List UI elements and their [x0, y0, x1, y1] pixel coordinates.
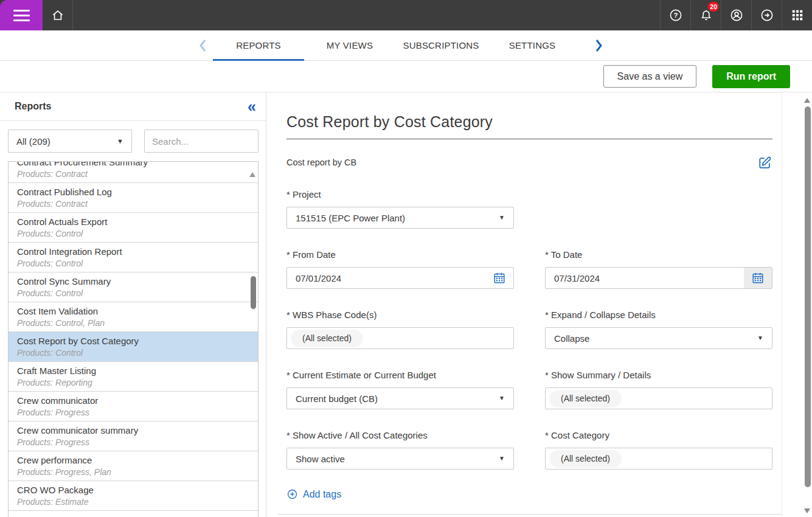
- sidebar-controls: All (209) ▼: [0, 121, 266, 153]
- cost-category-multiselect[interactable]: (All selected): [545, 448, 772, 470]
- save-as-view-button[interactable]: Save as a view: [603, 65, 697, 88]
- field-label: * Show Summary / Details: [545, 370, 772, 380]
- sign-out-button[interactable]: [751, 0, 782, 30]
- sidebar-collapse-button[interactable]: «: [246, 100, 257, 113]
- tab-subscriptions[interactable]: SUBSCRIPTIONS: [395, 30, 487, 60]
- tabs-scroll-right-button[interactable]: [589, 30, 609, 60]
- report-name: Control Integration Report: [17, 246, 258, 257]
- report-action-toolbar: Save as a view Run report: [0, 61, 812, 92]
- field-label: * Project: [286, 189, 514, 200]
- list-scrollbar-thumb[interactable]: [251, 276, 256, 309]
- main-menu-button[interactable]: [0, 0, 43, 30]
- sidebar-title: Reports: [15, 101, 51, 112]
- report-products: Products: Control, Plan: [17, 318, 258, 328]
- report-list-item[interactable]: Contract Procurement Summary Products: C…: [9, 161, 258, 183]
- to-date-value: 07/31/2024: [554, 273, 600, 283]
- field-cost-category: * Cost Category (All selected): [545, 430, 772, 470]
- list-scroll-up-arrow[interactable]: [249, 172, 255, 177]
- report-products: Products: Control: [17, 348, 258, 358]
- calendar-icon[interactable]: [485, 268, 513, 288]
- svg-text:?: ?: [673, 12, 678, 19]
- field-from-date: * From Date 07/01/2024: [286, 249, 514, 289]
- notification-badge: 20: [708, 2, 719, 12]
- tabs-scroll-left-button[interactable]: [192, 30, 213, 60]
- show-summary-details-multiselect[interactable]: (All selected): [545, 387, 772, 409]
- report-list-item[interactable]: Control Integration Report Products: Con…: [9, 243, 258, 272]
- report-list-item[interactable]: Crew communicator Products: Progress: [9, 392, 258, 422]
- help-button[interactable]: ?: [660, 0, 690, 30]
- field-expand-collapse: * Expand / Collapse Details Collapse ▼: [545, 310, 772, 349]
- report-products: Products: Progress: [17, 408, 258, 417]
- content-area: Reports « All (209) ▼ Contract Procureme…: [0, 92, 812, 517]
- home-button[interactable]: [43, 0, 73, 30]
- field-label: * Show Active / All Cost Categories: [286, 430, 514, 440]
- account-button[interactable]: [721, 0, 751, 30]
- report-list-item[interactable]: Control Sync Summary Products: Control: [9, 272, 258, 302]
- selection-chip[interactable]: (All selected): [291, 330, 363, 347]
- report-list-item[interactable]: Contract Published Log Products: Contrac…: [9, 183, 258, 213]
- scroll-down-arrow[interactable]: [804, 508, 810, 513]
- report-list-item[interactable]: CRO WO Package Products: Estimate: [9, 481, 258, 511]
- tab-label: SUBSCRIPTIONS: [403, 40, 479, 50]
- edit-description-button[interactable]: [757, 155, 772, 170]
- field-label: * From Date: [286, 249, 514, 260]
- selection-chip[interactable]: (All selected): [549, 450, 622, 468]
- report-detail-panel: Cost Report by Cost Category Cost report…: [266, 92, 782, 517]
- add-tags-button[interactable]: Add tags: [286, 488, 341, 500]
- field-show-active-categories: * Show Active / All Cost Categories Show…: [286, 430, 514, 470]
- calendar-icon[interactable]: [744, 268, 772, 288]
- report-list-item[interactable]: Craft Master Listing Products: Reporting: [9, 362, 258, 392]
- edit-icon: [757, 155, 772, 170]
- report-products: Products: Control: [17, 288, 258, 298]
- report-search-input[interactable]: [144, 130, 259, 153]
- from-date-input[interactable]: 07/01/2024: [286, 267, 514, 289]
- field-label: * Current Estimate or Current Budget: [286, 370, 514, 380]
- tab-label: MY VIEWS: [327, 40, 373, 50]
- title-divider: [286, 139, 772, 139]
- show-active-categories-dropdown[interactable]: Show active ▼: [286, 448, 514, 470]
- report-name: Cost Report by Cost Category: [17, 336, 258, 346]
- main-scrollbar-thumb[interactable]: [805, 106, 811, 487]
- wbs-phase-codes-multiselect[interactable]: (All selected): [286, 327, 514, 349]
- project-dropdown[interactable]: 151515 (EPC Power Plant) ▼: [286, 207, 514, 229]
- scroll-up-arrow[interactable]: [804, 98, 810, 103]
- report-products: Products: Reporting: [17, 378, 258, 387]
- sidebar-header: Reports «: [0, 92, 266, 121]
- report-list-item[interactable]: Control Actuals Export Products: Control: [9, 213, 258, 243]
- tab-my-views[interactable]: MY VIEWS: [304, 30, 395, 60]
- field-project: * Project 151515 (EPC Power Plant) ▼: [286, 189, 514, 229]
- report-list-item[interactable]: Crew performance Products: Progress, Pla…: [9, 451, 258, 481]
- report-name: Control Sync Summary: [17, 276, 258, 286]
- report-name: Craft Master Listing: [17, 366, 258, 376]
- report-list-item[interactable]: Crew communicator summary Products: Prog…: [9, 422, 258, 451]
- reports-sidebar: Reports « All (209) ▼ Contract Procureme…: [0, 92, 266, 517]
- selection-chip[interactable]: (All selected): [549, 390, 622, 408]
- report-products: Products: Progress, Plan: [17, 467, 258, 477]
- field-label: * WBS Phase Code(s): [286, 310, 514, 320]
- empty-cell: [545, 189, 772, 229]
- show-active-categories-value: Show active: [296, 454, 345, 464]
- field-show-summary-details: * Show Summary / Details (All selected): [545, 370, 772, 409]
- chevron-down-icon: ▼: [499, 215, 505, 221]
- field-current-estimate-budget: * Current Estimate or Current Budget Cur…: [286, 370, 514, 409]
- add-tags-label: Add tags: [303, 489, 341, 500]
- to-date-input[interactable]: 07/31/2024: [545, 267, 772, 289]
- report-name: Crew communicator summary: [17, 425, 258, 435]
- tab-settings[interactable]: SETTINGS: [487, 30, 578, 60]
- report-products: Products: Progress: [17, 437, 258, 447]
- report-list-item-selected[interactable]: Cost Report by Cost Category Products: C…: [9, 332, 258, 362]
- report-filter-value: All (209): [16, 136, 50, 147]
- grid-icon: [791, 9, 804, 22]
- tab-reports[interactable]: REPORTS: [213, 30, 304, 60]
- expand-collapse-dropdown[interactable]: Collapse ▼: [545, 327, 772, 349]
- current-estimate-budget-dropdown[interactable]: Current budget (CB) ▼: [286, 387, 514, 409]
- app-launcher-button[interactable]: [782, 0, 812, 30]
- notifications-button[interactable]: 20: [690, 0, 721, 30]
- report-list-item[interactable]: Cost Item Validation Products: Control, …: [9, 302, 258, 332]
- run-report-button[interactable]: Run report: [712, 65, 790, 88]
- report-products: Products: Estimate: [17, 497, 258, 507]
- report-filter-dropdown[interactable]: All (209) ▼: [8, 130, 132, 153]
- circle-arrow-icon: [760, 8, 774, 23]
- chevron-down-icon: ▼: [117, 138, 123, 145]
- report-products: Products: Contract: [17, 199, 258, 209]
